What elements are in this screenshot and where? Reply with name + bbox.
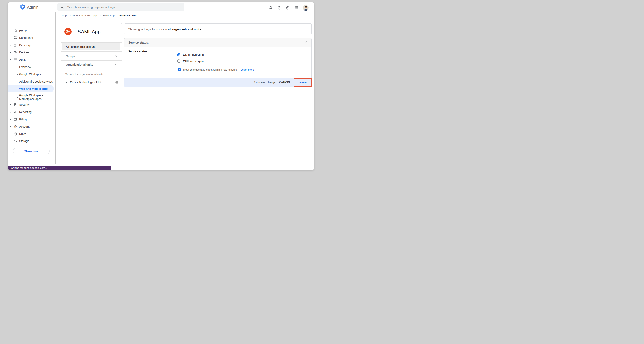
cloud-icon: [13, 139, 17, 143]
all-users-label: All users in this account: [66, 45, 96, 48]
tree-collapse-arrow-icon[interactable]: [66, 82, 67, 83]
service-status-card: Service status: Service status: ON for e…: [124, 38, 312, 87]
breadcrumb-apps[interactable]: Apps: [62, 14, 68, 17]
org-units-search-input[interactable]: [65, 72, 118, 78]
browser-app-window: Admin ? Apps: [8, 3, 314, 170]
sidebar-item-rules[interactable]: Rules: [8, 131, 54, 137]
chevron-up-icon[interactable]: [305, 41, 308, 44]
org-units-section-toggle[interactable]: Organisational units: [61, 61, 122, 68]
radio-option-off[interactable]: OFF for everyone: [177, 60, 205, 63]
home-icon: [13, 29, 17, 32]
info-note-row: Most changes take effect within a few mi…: [178, 68, 254, 71]
cancel-button[interactable]: CANCEL: [279, 81, 291, 84]
expand-arrow-icon[interactable]: [10, 104, 11, 105]
shield-icon: [13, 103, 17, 106]
save-footer-bar: 1 unsaved change CANCEL SAVE: [124, 78, 312, 87]
save-button[interactable]: SAVE: [299, 81, 307, 84]
breadcrumb: Apps › Web and mobile apps › SAML App › …: [62, 14, 137, 17]
learn-more-link[interactable]: Learn more: [241, 68, 254, 71]
sidebar-item-label: Additional Google services: [19, 80, 53, 83]
section-title: Service status:: [128, 41, 149, 44]
sidebar-item-directory[interactable]: Directory: [8, 42, 54, 49]
sidebar-item-label: Reporting: [19, 110, 32, 114]
card-divider: [61, 43, 122, 43]
sidebar-item-label: Rules: [19, 132, 26, 136]
hourglass-icon[interactable]: [278, 6, 281, 10]
sidebar-item-label: Google Workspace: [19, 73, 43, 76]
expand-arrow-icon[interactable]: [10, 126, 11, 128]
org-units-search[interactable]: [65, 72, 118, 78]
show-less-button[interactable]: Show less: [13, 148, 50, 154]
sidebar-item-devices[interactable]: Devices: [8, 49, 54, 56]
info-text: Most changes take effect within a few mi…: [183, 68, 238, 71]
sidebar-item-additional-google-services[interactable]: Additional Google services: [8, 78, 54, 85]
service-status-row-label: Service status:: [128, 50, 148, 53]
unsaved-changes-badge: 1 unsaved change: [254, 81, 276, 84]
apps-grid-icon[interactable]: [294, 6, 298, 10]
sidebar-item-label: Billing: [19, 118, 27, 121]
search-icon: [60, 5, 64, 9]
sidebar-item-label: Account: [19, 125, 30, 129]
sidebar-item-google-workspace-marketplace-apps[interactable]: Google Workspace Marketplace apps: [8, 93, 54, 101]
org-unit-name: Cedex Technologies LLP: [70, 81, 101, 84]
annotation-box-save-button: SAVE: [294, 78, 312, 87]
org-units-label: Organisational units: [66, 63, 93, 66]
expand-arrow-icon[interactable]: [17, 96, 18, 98]
search-input[interactable]: [67, 5, 173, 9]
sidebar-item-storage[interactable]: Storage: [8, 138, 54, 145]
global-search-bar[interactable]: [58, 3, 184, 11]
sidebar-item-overview[interactable]: Overview: [8, 64, 54, 70]
sidebar-item-reporting[interactable]: Reporting: [8, 109, 54, 116]
sidebar-item-label: Overview: [19, 65, 31, 69]
steering-wheel-icon: [13, 132, 17, 136]
sidebar-item-label: Security: [19, 103, 30, 106]
chevron-down-icon: [115, 55, 118, 58]
dashboard-icon: [13, 36, 17, 40]
at-icon: @: [13, 125, 17, 129]
user-avatar[interactable]: [303, 5, 309, 11]
sidebar-item-label: Storage: [19, 139, 29, 143]
sidebar-item-google-workspace[interactable]: Google Workspace: [8, 71, 54, 78]
sidebar-item-home[interactable]: Home: [8, 27, 54, 34]
radio-option-on[interactable]: ON for everyone: [177, 53, 204, 57]
bar-chart-icon: [13, 110, 17, 114]
status-bar-text: Waiting for admin.google.com...: [10, 166, 47, 169]
breadcrumb-web-and-mobile-apps[interactable]: Web and mobile apps: [72, 14, 98, 17]
groups-section-toggle[interactable]: Groups: [61, 53, 122, 60]
card-divider: [61, 51, 122, 52]
hamburger-menu-button[interactable]: [13, 6, 16, 8]
expand-arrow-icon[interactable]: [10, 44, 11, 46]
sidebar-item-apps[interactable]: Apps: [8, 56, 54, 63]
info-icon: [178, 68, 181, 71]
help-icon[interactable]: ?: [286, 6, 290, 10]
breadcrumb-saml-app[interactable]: SAML App: [102, 14, 115, 17]
sidebar-item-label: Google Workspace Marketplace apps: [19, 94, 46, 101]
credit-card-icon: [13, 118, 17, 121]
all-users-scope-row[interactable]: All users in this account: [62, 43, 120, 50]
sidebar-item-label: Devices: [19, 51, 29, 54]
settings-scope-card: Showing settings for users in all organi…: [124, 24, 312, 35]
person-icon: [13, 43, 17, 47]
radio-selected-icon[interactable]: [177, 53, 180, 57]
expand-arrow-icon[interactable]: [17, 74, 18, 75]
org-tree-root-row[interactable]: Cedex Technologies LLP: [61, 79, 122, 86]
sidebar-item-dashboard[interactable]: Dashboard: [8, 35, 54, 41]
expand-arrow-icon[interactable]: [10, 52, 11, 53]
expand-arrow-icon[interactable]: [10, 111, 11, 113]
sidebar-item-label: Directory: [19, 43, 30, 47]
sidebar-item-security[interactable]: Security: [8, 101, 54, 108]
collapse-arrow-icon[interactable]: [10, 59, 11, 60]
sidebar-nav: Home Dashboard Directory Devices Apps: [8, 14, 54, 170]
admin-logo: Admin: [20, 4, 39, 11]
sidebar-item-account[interactable]: @ Account: [8, 123, 54, 130]
expand-arrow-icon[interactable]: [10, 119, 11, 120]
topbar-actions: ?: [269, 5, 309, 11]
sidebar-item-web-and-mobile-apps[interactable]: Web and mobile apps: [8, 85, 54, 93]
sidebar-scrollbar[interactable]: [55, 12, 56, 164]
bell-icon[interactable]: [269, 6, 273, 10]
app-title: SAML App: [78, 29, 100, 35]
sidebar-item-billing[interactable]: Billing: [8, 116, 54, 123]
service-status-section-header[interactable]: Service status:: [124, 38, 312, 47]
radio-unselected-icon[interactable]: [177, 60, 180, 63]
org-unit-status-dot: [116, 81, 118, 84]
